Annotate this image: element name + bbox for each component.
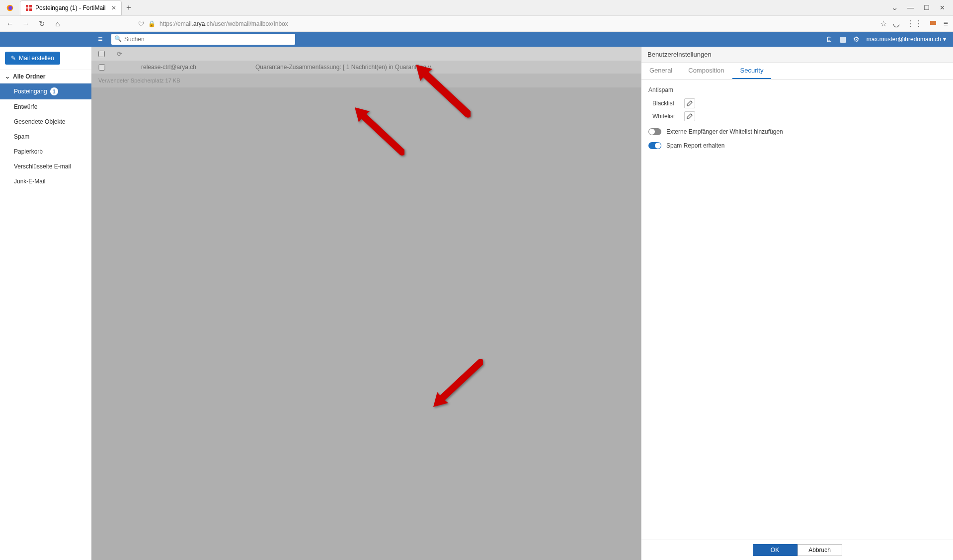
- browser-nav-toolbar: ← → ↻ ⌂ 🛡 🔒 https://email.arya.ch/user/w…: [0, 16, 953, 32]
- close-tab-icon[interactable]: ✕: [111, 4, 116, 11]
- folders-header-label: Alle Ordner: [13, 73, 45, 80]
- window-maximize-icon[interactable]: ☐: [924, 4, 930, 11]
- external-whitelist-label: Externe Empfänger der Whitelist hinzufüg…: [666, 128, 783, 135]
- svg-rect-3: [29, 5, 32, 7]
- settings-gear-icon[interactable]: ⚙: [853, 35, 860, 43]
- svg-rect-5: [29, 8, 32, 11]
- svg-point-1: [8, 5, 12, 9]
- lock-icon[interactable]: 🔒: [148, 20, 156, 27]
- nav-home-icon[interactable]: ⌂: [53, 19, 63, 28]
- edit-icon: [687, 100, 693, 106]
- chevron-down-icon: ⌄: [5, 73, 10, 80]
- folder-label: Entwürfe: [14, 103, 37, 110]
- sidebar-folder-item[interactable]: Posteingang1: [0, 83, 91, 99]
- firefox-icon: [0, 3, 20, 12]
- folder-label: Gesendete Objekte: [14, 118, 65, 125]
- tab-security[interactable]: Security: [732, 63, 772, 79]
- spam-report-label: Spam Report erhalten: [666, 142, 724, 149]
- compose-button[interactable]: ✎ Mail erstellen: [5, 52, 60, 65]
- browser-tab-title: Posteingang (1) - FortiMail: [35, 4, 105, 11]
- url-bar[interactable]: 🛡 🔒 https://email.arya.ch/user/webmail/m…: [69, 20, 874, 27]
- folder-label: Spam: [14, 133, 29, 140]
- sidebar: ✎ Mail erstellen ⌄ Alle Ordner Posteinga…: [0, 47, 91, 560]
- whitelist-edit-button[interactable]: [684, 111, 695, 121]
- antispam-section-title: Antispam: [648, 86, 946, 93]
- bookmark-star-icon[interactable]: ☆: [880, 19, 887, 28]
- settings-panel: Benutzereinstellungen General Compositio…: [641, 47, 953, 560]
- url-text: https://email.arya.ch/user/webmail/mailb…: [159, 20, 288, 27]
- addressbook-icon[interactable]: ▤: [840, 35, 846, 43]
- sidebar-folder-item[interactable]: Spam: [0, 129, 91, 144]
- window-minimize-icon[interactable]: —: [907, 4, 914, 11]
- svg-rect-2: [26, 5, 28, 7]
- folder-list: Posteingang1EntwürfeGesendete ObjekteSpa…: [0, 83, 91, 189]
- sidebar-toggle-icon[interactable]: ≡: [91, 35, 109, 44]
- settings-tabs: General Composition Security: [641, 63, 953, 80]
- whitelist-label: Whitelist: [652, 113, 679, 120]
- spam-report-toggle[interactable]: [648, 142, 661, 149]
- external-whitelist-toggle[interactable]: [648, 128, 661, 135]
- calendar-icon[interactable]: 🗓: [826, 35, 833, 43]
- cancel-button[interactable]: Abbruch: [797, 544, 842, 556]
- sidebar-folder-item[interactable]: Papierkorb: [0, 144, 91, 159]
- ok-button[interactable]: OK: [753, 544, 797, 556]
- settings-panel-title: Benutzereinstellungen: [641, 47, 953, 63]
- blacklist-edit-button[interactable]: [684, 98, 695, 108]
- folder-label: Posteingang: [14, 88, 47, 95]
- pocket-icon[interactable]: ◡: [893, 19, 900, 28]
- pencil-icon: ✎: [11, 55, 16, 62]
- folders-header[interactable]: ⌄ Alle Ordner: [0, 70, 91, 83]
- app-header: ≡ 🔍 🗓 ▤ ⚙ max.muster@ihredomain.ch ▾: [0, 32, 953, 47]
- sidebar-folder-item[interactable]: Gesendete Objekte: [0, 114, 91, 129]
- shield-icon[interactable]: 🛡: [138, 20, 144, 27]
- search-input[interactable]: [111, 34, 295, 45]
- dropdown-caret-icon: ▾: [943, 36, 946, 43]
- svg-rect-4: [26, 8, 28, 11]
- extension-icon[interactable]: [930, 19, 937, 28]
- library-icon[interactable]: ⋮⋮: [907, 19, 923, 28]
- folder-label: Papierkorb: [14, 148, 43, 155]
- menu-icon[interactable]: ≡: [944, 19, 948, 28]
- sidebar-folder-item[interactable]: Junk-E-Mail: [0, 174, 91, 189]
- tabs-dropdown-icon[interactable]: ⌄: [891, 4, 898, 11]
- nav-back-icon[interactable]: ←: [5, 19, 15, 28]
- window-close-icon[interactable]: ✕: [940, 4, 945, 11]
- svg-rect-6: [930, 21, 936, 25]
- tab-composition[interactable]: Composition: [680, 63, 732, 79]
- blacklist-label: Blacklist: [652, 100, 679, 107]
- folder-label: Junk-E-Mail: [14, 178, 45, 185]
- new-tab-button[interactable]: ＋: [122, 2, 136, 13]
- fortimail-favicon-icon: [25, 4, 32, 11]
- folder-label: Verschlüsselte E-mail: [14, 163, 71, 170]
- tab-general[interactable]: General: [641, 63, 680, 79]
- compose-label: Mail erstellen: [19, 55, 54, 62]
- sidebar-folder-item[interactable]: Verschlüsselte E-mail: [0, 159, 91, 174]
- edit-icon: [687, 113, 693, 119]
- nav-forward-icon: →: [21, 19, 31, 28]
- sidebar-folder-item[interactable]: Entwürfe: [0, 99, 91, 114]
- nav-reload-icon[interactable]: ↻: [37, 19, 47, 28]
- browser-tab[interactable]: Posteingang (1) - FortiMail ✕: [20, 0, 122, 15]
- unread-badge: 1: [50, 87, 58, 95]
- browser-tab-strip: Posteingang (1) - FortiMail ✕ ＋ ⌄ — ☐ ✕: [0, 0, 953, 16]
- user-menu[interactable]: max.muster@ihredomain.ch ▾: [867, 36, 946, 43]
- search-icon: 🔍: [114, 35, 122, 42]
- user-email-label: max.muster@ihredomain.ch: [867, 36, 941, 43]
